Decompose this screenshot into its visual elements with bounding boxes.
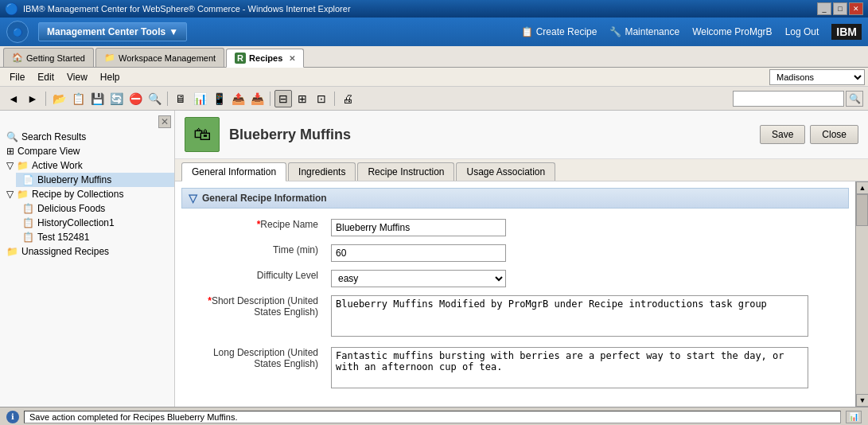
menu-edit[interactable]: Edit: [31, 70, 60, 84]
sidebar-item-delicious-foods[interactable]: 📋 Delicious Foods: [16, 201, 174, 216]
status-icon: ℹ: [6, 411, 19, 423]
print-button[interactable]: 🖨: [339, 90, 356, 107]
layout3-button[interactable]: ⊡: [313, 90, 330, 107]
time-cell: [325, 240, 849, 266]
layout1-button[interactable]: ⊟: [274, 90, 292, 107]
maximize-button[interactable]: □: [833, 2, 847, 15]
create-recipe-action[interactable]: 📋 Create Recipe: [521, 26, 597, 37]
long-desc-input[interactable]: Fantastic muffins bursting with berries …: [331, 347, 808, 388]
upload-button[interactable]: 📤: [229, 90, 247, 107]
sidebar-item-unassigned-recipes[interactable]: 📁 Unassigned Recipes: [0, 244, 174, 259]
back-button[interactable]: ◄: [5, 90, 22, 107]
close-button[interactable]: Close: [810, 125, 858, 144]
sidebar-item-active-work[interactable]: ▽ 📁 Active Work: [0, 158, 174, 173]
sidebar-item-blueberry-muffins[interactable]: 📄 Blueberry Muffins: [16, 173, 174, 187]
blueberry-muffins-icon: 📄: [22, 174, 34, 185]
right-panel: 🛍 Blueberry Muffins Save Close General I…: [175, 111, 868, 407]
recipe-name-input[interactable]: [331, 219, 506, 236]
mobile-button[interactable]: 📱: [210, 90, 228, 107]
close-window-button[interactable]: ✕: [849, 2, 863, 15]
forward-button[interactable]: ►: [24, 90, 41, 107]
sidebar-item-recipe-by-collections[interactable]: ▽ 📁 Recipe by Collections: [0, 187, 174, 201]
download-button[interactable]: 📥: [248, 90, 266, 107]
layout2-button[interactable]: ⊞: [294, 90, 311, 107]
required-indicator: *: [257, 219, 261, 230]
recipe-name-label: *Recipe Name: [181, 215, 325, 240]
section-arrow-icon: ▽: [189, 192, 197, 205]
time-input[interactable]: [331, 244, 506, 262]
scroll-thumb-area: [856, 194, 868, 394]
close-panel-button[interactable]: ✕: [158, 115, 171, 128]
sidebar-item-search-results[interactable]: 🔍 Search Results: [0, 130, 174, 144]
menu-right: Madisons Store 2 Store 3: [769, 69, 865, 85]
sidebar-item-test-152481[interactable]: 📋 Test 152481: [16, 230, 174, 244]
copy-button[interactable]: 📋: [69, 90, 87, 107]
form-row-time: Time (min): [181, 240, 849, 266]
sidebar-item-compare-view[interactable]: ⊞ Compare View: [0, 144, 174, 158]
recipe-collections-expand-icon: ▽: [6, 189, 14, 200]
status-action-icon[interactable]: 📊: [846, 411, 862, 423]
sidebar-item-history-collection[interactable]: 📋 HistoryCollection1: [16, 216, 174, 230]
toolbar-search-input[interactable]: [733, 91, 844, 107]
maintenance-action[interactable]: 🔧 Maintenance: [609, 26, 679, 37]
form-area: ▽ General Recipe Information *Recipe Nam…: [175, 181, 855, 401]
recipe-name-cell: [325, 215, 849, 240]
compare-view-icon: ⊞: [6, 146, 14, 157]
form-scroll-area: ▽ General Recipe Information *Recipe Nam…: [175, 181, 855, 407]
find-button[interactable]: 🔍: [146, 90, 163, 107]
tools-label: Management Center Tools: [47, 26, 165, 37]
test-152481-icon: 📋: [22, 232, 34, 243]
save-toolbar-button[interactable]: 💾: [88, 90, 106, 107]
status-bar: ℹ Save action completed for Recipes Blue…: [0, 407, 868, 425]
refresh-button[interactable]: 🔄: [107, 90, 125, 107]
unassigned-recipes-icon: 📁: [6, 246, 18, 257]
app-icon: 🔵: [5, 2, 18, 15]
recipe-collections-label: Recipe by Collections: [32, 189, 123, 200]
difficulty-select[interactable]: easy medium hard: [331, 270, 506, 287]
scroll-up-button[interactable]: ▲: [856, 181, 868, 194]
open-button[interactable]: 📂: [50, 90, 68, 107]
maintenance-icon: 🔧: [609, 26, 621, 37]
tab-getting-started[interactable]: 🏠 Getting Started: [3, 48, 94, 67]
tab-general-information[interactable]: General Information: [181, 162, 286, 181]
toolbar-search-button[interactable]: 🔍: [846, 91, 863, 107]
menu-help[interactable]: Help: [94, 70, 127, 84]
blueberry-muffins-label: Blueberry Muffins: [37, 174, 111, 185]
store-selector[interactable]: Madisons Store 2 Store 3: [769, 69, 865, 85]
menu-view[interactable]: View: [60, 70, 94, 84]
monitor-button[interactable]: 🖥: [172, 90, 189, 107]
recipe-actions: Save Close: [760, 125, 858, 144]
scroll-down-button[interactable]: ▼: [856, 394, 868, 407]
logout-action[interactable]: Log Out: [785, 26, 819, 37]
management-center-tools-button[interactable]: Management Center Tools ▼: [38, 22, 187, 41]
tab-workspace[interactable]: 📁 Workspace Management: [95, 48, 224, 67]
recipes-tab-close[interactable]: ✕: [289, 54, 295, 63]
table-button[interactable]: 📊: [191, 90, 208, 107]
save-button[interactable]: Save: [760, 125, 805, 144]
long-desc-label: Long Description (UnitedStates English): [181, 343, 325, 395]
ibm-logo: IBM: [831, 24, 862, 40]
toolbar-separator-4: [334, 92, 335, 106]
welcome-label: Welcome ProMgrB: [692, 26, 772, 37]
toolbar-separator-2: [167, 92, 168, 106]
left-panel: ✕ 🔍 Search Results ⊞ Compare View ▽ 📁 Ac…: [0, 111, 175, 407]
minimize-button[interactable]: _: [817, 2, 831, 15]
title-bar: 🔵 IBM® Management Center for WebSphere® …: [0, 0, 868, 18]
tab-recipe-instruction[interactable]: Recipe Instruction: [357, 162, 454, 181]
history-collection-icon: 📋: [22, 217, 34, 228]
scroll-thumb[interactable]: [856, 194, 868, 226]
title-text: IBM® Management Center for WebSphere® Co…: [23, 4, 812, 14]
tab-recipes[interactable]: R Recipes ✕: [226, 49, 304, 68]
short-desc-cell: Blueberry Muffins Modified by ProMgrB un…: [325, 291, 849, 343]
menu-file[interactable]: File: [3, 70, 31, 84]
tab-usage-association[interactable]: Usage Association: [456, 162, 555, 181]
recipe-bag-icon: 🛍: [193, 124, 211, 145]
active-work-label: Active Work: [32, 160, 83, 171]
short-desc-input[interactable]: Blueberry Muffins Modified by ProMgrB un…: [331, 295, 808, 337]
section-title: General Recipe Information: [202, 193, 327, 204]
maintenance-label: Maintenance: [625, 26, 679, 37]
recipe-icon: 🛍: [185, 117, 220, 152]
form-row-long-desc: Long Description (UnitedStates English) …: [181, 343, 849, 395]
stop-button[interactable]: ⛔: [127, 90, 144, 107]
tab-ingredients[interactable]: Ingredients: [288, 162, 356, 181]
